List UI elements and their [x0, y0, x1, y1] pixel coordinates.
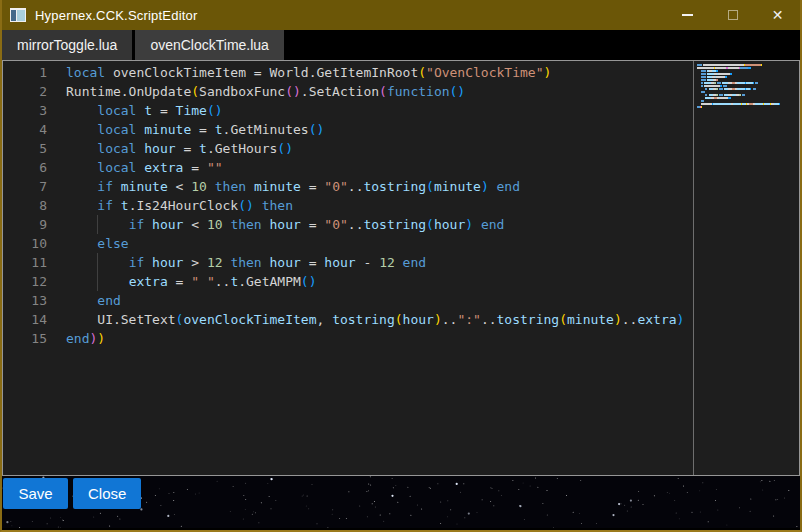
code-line: 6 local extra = "" — [3, 158, 693, 177]
code-line: 9 if hour < 10 then hour = "0"..tostring… — [3, 215, 693, 234]
code-editor[interactable]: 1local ovenClockTimeItem = World.GetItem… — [2, 60, 800, 476]
tab-bar: mirrorToggle.lua ovenClockTime.lua — [2, 30, 800, 60]
indent-guide — [97, 215, 98, 234]
app-window-icon — [10, 8, 26, 22]
code-line: 2Runtime.OnUpdate(SandboxFunc().SetActio… — [3, 82, 693, 101]
close-button[interactable]: ✕ — [755, 0, 800, 30]
code-line: 7 if minute < 10 then minute = "0"..tost… — [3, 177, 693, 196]
line-number: 4 — [3, 120, 47, 139]
line-number: 6 — [3, 158, 47, 177]
line-number: 10 — [3, 234, 47, 253]
code-line: 4 local minute = t.GetMinutes() — [3, 120, 693, 139]
minimize-icon — [682, 14, 693, 16]
code-line: 8 if t.Is24HourClock() then — [3, 196, 693, 215]
code-line: 11 if hour > 12 then hour = hour - 12 en… — [3, 253, 693, 272]
line-number: 11 — [3, 253, 47, 272]
line-number: 13 — [3, 291, 47, 310]
title-bar: Hypernex.CCK.ScriptEditor ✕ — [2, 0, 800, 30]
tab-mirrortoggle[interactable]: mirrorToggle.lua — [2, 30, 132, 60]
line-number: 15 — [3, 329, 47, 348]
code-line: 5 local hour = t.GetHours() — [3, 139, 693, 158]
code-line: 14 UI.SetText(ovenClockTimeItem, tostrin… — [3, 310, 693, 329]
save-button[interactable]: Save — [3, 478, 68, 509]
minimize-button[interactable] — [665, 0, 710, 30]
tab-label: ovenClockTime.lua — [150, 37, 269, 53]
close-icon: ✕ — [772, 8, 784, 22]
code-line: 3 local t = Time() — [3, 101, 693, 120]
code-line: 13 end — [3, 291, 693, 310]
line-number: 2 — [3, 82, 47, 101]
minimap[interactable] — [693, 61, 799, 475]
bottom-bar: Save Close — [2, 476, 800, 528]
line-number: 5 — [3, 139, 47, 158]
line-number: 8 — [3, 196, 47, 215]
line-number: 7 — [3, 177, 47, 196]
code-area[interactable]: 1local ovenClockTimeItem = World.GetItem… — [3, 61, 693, 475]
line-number: 9 — [3, 215, 47, 234]
line-number: 3 — [3, 101, 47, 120]
maximize-icon — [728, 10, 738, 20]
maximize-button[interactable] — [710, 0, 755, 30]
code-line: 10 else — [3, 234, 693, 253]
close-script-button[interactable]: Close — [73, 478, 141, 509]
code-line: 12 extra = " "..t.GetAMPM() — [3, 272, 693, 291]
line-number: 1 — [3, 63, 47, 82]
script-editor-window: Hypernex.CCK.ScriptEditor ✕ mirrorToggle… — [0, 0, 802, 532]
line-number: 14 — [3, 310, 47, 329]
line-number: 12 — [3, 272, 47, 291]
window-title: Hypernex.CCK.ScriptEditor — [35, 8, 198, 23]
code-line: 1local ovenClockTimeItem = World.GetItem… — [3, 63, 693, 82]
tab-label: mirrorToggle.lua — [17, 37, 117, 53]
indent-guide — [97, 253, 98, 291]
code-line: 15end)) — [3, 329, 693, 348]
tab-ovenclocktime[interactable]: ovenClockTime.lua — [135, 30, 284, 60]
